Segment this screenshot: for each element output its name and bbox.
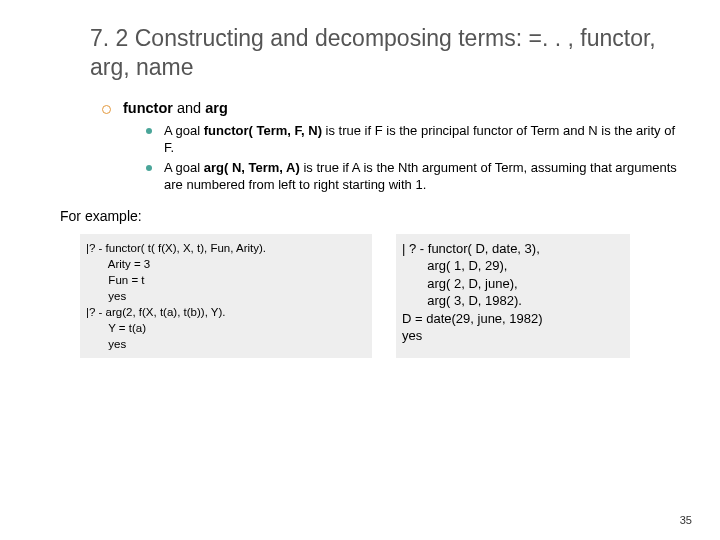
- section-suffix: arg: [205, 100, 228, 116]
- for-example-label: For example:: [60, 208, 680, 224]
- sub-bullet-list: A goal functor( Term, F, N) is true if F…: [146, 122, 680, 194]
- section-header: functor and arg: [102, 100, 680, 116]
- circle-bullet-icon: [102, 105, 111, 114]
- bullet-text: A goal arg( N, Term, A) is true if A is …: [164, 159, 680, 194]
- bullet-strong: arg( N, Term, A): [204, 160, 300, 175]
- example-right-box: | ? - functor( D, date, 3), arg( 1, D, 2…: [396, 234, 630, 359]
- section-mid: and: [173, 100, 205, 116]
- section-text: functor and arg: [123, 100, 228, 116]
- dot-bullet-icon: [146, 165, 152, 171]
- examples-row: |? - functor( t( f(X), X, t), Fun, Arity…: [80, 234, 680, 359]
- slide-content: 7. 2 Constructing and decomposing terms:…: [0, 0, 720, 378]
- section-prefix: functor: [123, 100, 173, 116]
- example-left-box: |? - functor( t( f(X), X, t), Fun, Arity…: [80, 234, 372, 359]
- bullet-pre: A goal: [164, 123, 204, 138]
- bullet-strong: functor( Term, F, N): [204, 123, 322, 138]
- list-item: A goal arg( N, Term, A) is true if A is …: [146, 159, 680, 194]
- slide-title: 7. 2 Constructing and decomposing terms:…: [90, 24, 680, 82]
- dot-bullet-icon: [146, 128, 152, 134]
- list-item: A goal functor( Term, F, N) is true if F…: [146, 122, 680, 157]
- bullet-pre: A goal: [164, 160, 204, 175]
- bullet-text: A goal functor( Term, F, N) is true if F…: [164, 122, 680, 157]
- page-number: 35: [680, 514, 692, 526]
